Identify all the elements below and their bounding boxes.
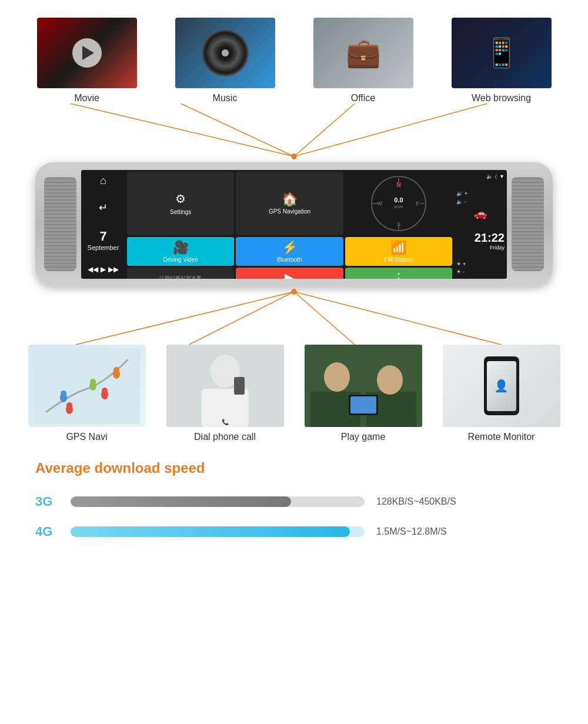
svg-line-20: [294, 292, 502, 345]
svg-rect-43: [350, 396, 376, 413]
play-button[interactable]: [72, 38, 102, 68]
svg-line-17: [76, 292, 294, 345]
svg-text:S: S: [397, 221, 400, 227]
svg-point-29: [66, 402, 72, 408]
gps-map-svg: [34, 348, 140, 424]
next-icon[interactable]: ▶▶: [108, 265, 119, 273]
settings-cell[interactable]: ⚙ Settings: [127, 172, 234, 235]
office-image: 💼: [313, 18, 413, 88]
music-title: 让我们摇起架次案: [159, 275, 202, 279]
car-mirror-device: ⌂ ↵ 7 September ◀◀ ▶ ▶▶ ⚙ Settings: [35, 162, 553, 286]
fm-label: FM Station: [385, 256, 413, 263]
office-label: Office: [351, 93, 376, 104]
music-player-cell[interactable]: 让我们摇起架次案 小歌星: [127, 268, 234, 279]
bluetooth-label: Bluetooth: [277, 256, 302, 263]
vol-up-row: 🔉 +: [456, 191, 505, 196]
svg-text:km/h: km/h: [394, 205, 403, 209]
svg-point-25: [90, 379, 96, 385]
camera-icon: 🎥: [173, 240, 189, 255]
svg-point-27: [113, 367, 119, 373]
car-icon-box: 🚗: [456, 207, 505, 220]
screen-left-panel: ⌂ ↵ 7 September ◀◀ ▶ ▶▶: [81, 170, 125, 279]
arrows-top-svg: [18, 104, 570, 162]
day-number: 7: [88, 229, 119, 244]
bottom-item-game: Play game: [302, 345, 425, 442]
right-status-area: 🔈 〈 ▼: [456, 174, 505, 180]
svg-rect-35: [234, 377, 245, 395]
vol-up-icon[interactable]: 🔉: [456, 191, 463, 196]
monitor-image: 👤: [443, 345, 560, 427]
speed-section: Average download speed 3G 128KB/S~450KB/…: [0, 442, 588, 566]
monitor-label: Remote Monitor: [468, 432, 535, 442]
brightness-down[interactable]: ☀ -: [456, 269, 505, 275]
settings-label: Settings: [170, 209, 191, 215]
3g-label: 3G: [35, 494, 59, 509]
fm-station-cell[interactable]: 📶 FM Station: [345, 237, 452, 266]
driving-video-cell[interactable]: 🎥 Driving Video: [127, 237, 234, 266]
speed-row-4g: 4G 1.5M/S~12.8M/S: [35, 524, 553, 539]
brightness-down-icon: ☀: [456, 269, 461, 275]
bottom-item-call: 📞 Dial phone call: [163, 345, 287, 442]
playstore-icon: ▶: [285, 271, 295, 279]
svg-text:📞: 📞: [222, 418, 229, 426]
apps-cell[interactable]: ⋮ Apps: [345, 268, 452, 279]
time-display: 21:22 Friday: [456, 231, 505, 251]
svg-line-3: [294, 104, 487, 156]
vol-down-icon[interactable]: 🔈: [456, 199, 463, 205]
svg-text:0.0: 0.0: [394, 196, 403, 203]
driving-label: Driving Video: [163, 256, 198, 263]
call-label: Dial phone call: [194, 432, 256, 442]
svg-point-31: [102, 388, 108, 393]
back-icon[interactable]: ↵: [99, 201, 108, 214]
bottom-section: GPS Navi 📞 Dial phone call: [0, 345, 588, 442]
top-item-web: 📱 Web browsing: [449, 18, 554, 104]
bottom-item-monitor: 👤 Remote Monitor: [440, 345, 563, 442]
vol-down-row: 🔈 -: [456, 199, 505, 205]
speed-row-3g: 3G 128KB/S~450KB/S: [35, 494, 553, 509]
play-icon[interactable]: ▶: [101, 265, 106, 273]
gps-cell[interactable]: 🏠 GPS Navigation: [236, 172, 343, 235]
movie-image: [37, 18, 137, 88]
device-wrapper: ⌂ ↵ 7 September ◀◀ ▶ ▶▶ ⚙ Settings: [0, 162, 588, 286]
4g-bar-container: [71, 526, 365, 537]
svg-point-41: [377, 365, 403, 395]
game-label: Play game: [341, 432, 386, 442]
3g-value: 128KB/S~450KB/S: [376, 496, 456, 507]
gps-icon: 🏠: [282, 192, 298, 207]
movie-label: Movie: [74, 93, 99, 104]
top-item-office: 💼 Office: [310, 18, 416, 104]
day-name: Friday: [456, 245, 505, 251]
phone-shape: 👤: [484, 356, 519, 415]
vol-up-label: +: [465, 191, 467, 196]
svg-text:E: E: [416, 201, 419, 206]
3g-bar: [71, 496, 291, 507]
svg-text:W: W: [377, 201, 383, 206]
left-speaker: [44, 177, 76, 271]
3g-bar-container: [71, 496, 365, 507]
volume-controls: 🔉 + 🔈 - 🚗: [456, 191, 505, 220]
arrows-top-container: [18, 104, 570, 162]
gps-image: [28, 345, 146, 427]
svg-line-18: [189, 292, 294, 345]
screen-right-panel: 🔈 〈 ▼ 🔉 + 🔈 - 🚗: [454, 170, 507, 279]
bluetooth-cell[interactable]: ⚡ Bluetooth: [236, 237, 343, 266]
speed-title: Average download speed: [35, 460, 553, 476]
top-item-music: Music: [172, 18, 278, 104]
brightness-up[interactable]: ☀ +: [456, 261, 505, 267]
gps-label: GPS Navigation: [269, 208, 310, 215]
call-svg: 📞: [166, 345, 284, 427]
game-image: [305, 345, 422, 427]
top-section: Movie Music 💼 Office 📱 Web browsing: [0, 6, 588, 104]
date-display: 7 September: [88, 229, 119, 251]
playstore-cell[interactable]: ▶ Play Store: [236, 268, 343, 279]
brightness-up-label: +: [463, 261, 466, 267]
device-screen[interactable]: ⌂ ↵ 7 September ◀◀ ▶ ▶▶ ⚙ Settings: [81, 170, 507, 279]
prev-icon[interactable]: ◀◀: [88, 265, 98, 273]
month-name: September: [88, 244, 119, 251]
vol-down-label: -: [465, 199, 466, 205]
home-icon[interactable]: ⌂: [100, 175, 106, 187]
car-icon: 🚗: [474, 207, 487, 220]
mute-icon: 🔈: [486, 174, 493, 180]
game-svg: [305, 345, 422, 427]
compass-cell: N S E W 0.0 km/h: [345, 172, 452, 235]
